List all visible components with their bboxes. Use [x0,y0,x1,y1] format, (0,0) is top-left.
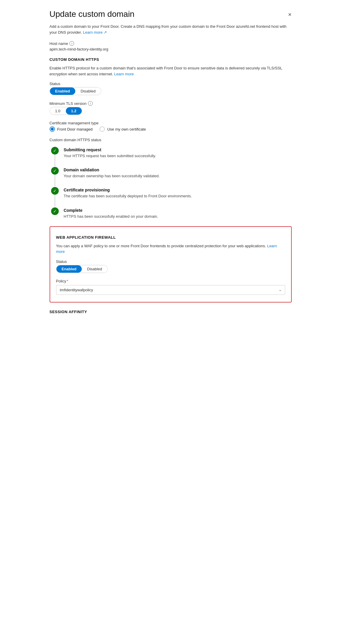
policy-required-star: * [67,279,68,283]
waf-enabled-button[interactable]: Enabled [56,265,82,273]
cert-own-option[interactable]: Use my own certificate [99,126,146,132]
step-row: ✓ Complete HTTPS has been successfully e… [50,207,292,219]
https-description: Enable HTTPS protocol for a custom domai… [50,65,292,77]
learn-more-link-https[interactable]: Learn more [114,72,133,76]
step-3-content: Certificate provisioning The certificate… [60,187,292,207]
https-status-toggle[interactable]: Enabled Disabled [50,87,101,95]
session-affinity-section: SESSION AFFINITY [50,310,292,314]
step-1-line [55,155,55,166]
tls-12-button[interactable]: 1.2 [66,107,82,115]
cert-front-door-label: Front Door managed [57,127,93,131]
step-1-icon: ✓ [51,147,59,155]
tls-label: Minimum TLS version i [50,101,292,106]
step-1-desc: Your HTTPS request has been submitted su… [64,153,292,159]
step-row: ✓ Domain validation Your domain ownershi… [50,167,292,187]
cert-management-radio-group: Front Door managed Use my own certificat… [50,126,292,132]
learn-more-link-header[interactable]: Learn more ↗ [83,30,107,35]
step-3-title: Certificate provisioning [64,187,292,192]
step-2-desc: Your domain ownership has been successfu… [64,173,292,179]
host-name-value: apim.tech-mind-factory-identity.org [50,47,292,51]
tls-info-icon[interactable]: i [88,101,93,106]
cert-management-label: Certificate management type [50,121,292,125]
step-2-title: Domain validation [64,167,292,172]
cert-front-door-radio[interactable] [50,126,55,132]
close-button[interactable]: × [288,11,292,18]
step-1-content: Submitting request Your HTTPS request ha… [60,147,292,167]
page-title: Update custom domain [50,9,135,19]
step-4-desc: HTTPS has been successfully enabled on y… [64,214,292,219]
https-enabled-button[interactable]: Enabled [50,87,76,95]
step-3-line [55,195,55,206]
https-disabled-button[interactable]: Disabled [75,87,101,95]
host-name-label: Host name i [50,41,292,46]
step-2-icon: ✓ [51,167,59,175]
step-4-content: Complete HTTPS has been successfully ena… [60,207,292,219]
step-4-title: Complete [64,207,292,213]
panel-description: Add a custom domain to your Front Door. … [50,24,292,35]
host-name-info-icon[interactable]: i [69,41,74,46]
tls-toggle-group[interactable]: 1.0 1.2 [50,107,82,115]
tls-10-button[interactable]: 1.0 [50,107,66,115]
step-2-content: Domain validation Your domain ownership … [60,167,292,187]
step-1-title: Submitting request [64,147,292,152]
step-row: ✓ Submitting request Your HTTPS request … [50,147,292,167]
waf-section-title: WEB APPLICATION FIREWALL [56,235,285,240]
session-affinity-title: SESSION AFFINITY [50,310,292,314]
steps-container: ✓ Submitting request Your HTTPS request … [50,147,292,219]
https-status-label: Status [50,82,292,86]
https-section-title: CUSTOM DOMAIN HTTPS [50,57,292,62]
policy-label: Policy* [56,279,285,283]
policy-select[interactable]: tmfidentitywafpolicy [56,285,285,295]
https-status-section-label: Custom domain HTTPS status [50,138,292,142]
waf-status-toggle[interactable]: Enabled Disabled [56,265,108,273]
cert-front-door-option[interactable]: Front Door managed [50,126,93,132]
step-3-icon: ✓ [51,187,59,195]
waf-status-label: Status [56,259,285,264]
policy-dropdown-container[interactable]: tmfidentitywafpolicy ⌄ [56,285,285,295]
step-2-line [55,175,55,186]
step-3-desc: The certificate has been successfully de… [64,193,292,199]
cert-own-radio[interactable] [99,126,105,132]
waf-disabled-button[interactable]: Disabled [82,265,107,273]
waf-description: You can apply a WAF policy to one or mor… [56,243,285,255]
step-row: ✓ Certificate provisioning The certifica… [50,187,292,207]
waf-section: WEB APPLICATION FIREWALL You can apply a… [50,226,292,303]
step-4-icon: ✓ [51,207,59,215]
cert-own-label: Use my own certificate [107,127,146,131]
